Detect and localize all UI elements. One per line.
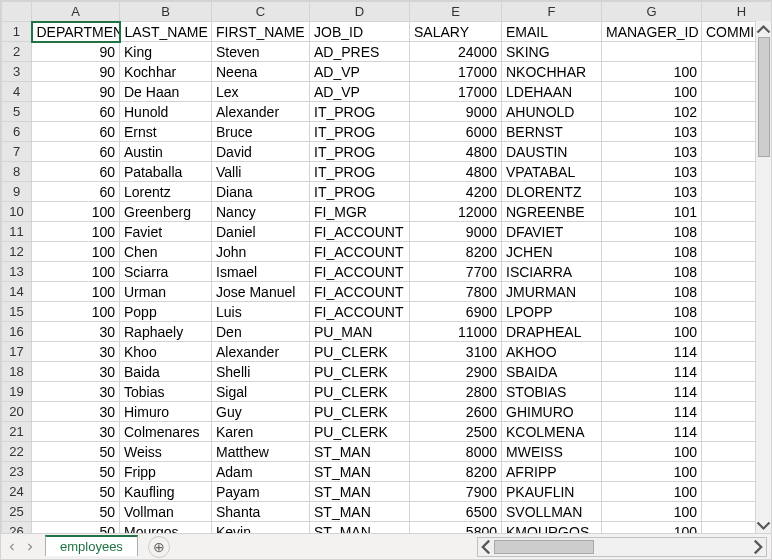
cell[interactable]: 50 [32,522,120,534]
row-header[interactable]: 8 [2,162,32,182]
row-header[interactable]: 23 [2,462,32,482]
cell[interactable]: 30 [32,402,120,422]
cell[interactable]: Kevin [212,522,310,534]
cell[interactable]: David [212,142,310,162]
cell[interactable]: 90 [32,42,120,62]
scroll-right-icon[interactable] [750,539,766,555]
cell[interactable]: 11000 [410,322,502,342]
cell[interactable]: MANAGER_ID [602,22,702,42]
row-header[interactable]: 17 [2,342,32,362]
vertical-scrollbar[interactable] [755,21,771,533]
cell[interactable]: 100 [602,502,702,522]
cell[interactable]: DRAPHEAL [502,322,602,342]
cell[interactable]: 100 [602,462,702,482]
cell[interactable]: ST_MAN [310,502,410,522]
cell[interactable]: 2600 [410,402,502,422]
cell[interactable]: 6000 [410,122,502,142]
cell[interactable]: LDEHAAN [502,82,602,102]
cell[interactable]: 9000 [410,222,502,242]
cell[interactable]: 100 [602,482,702,502]
cell[interactable]: VPATABAL [502,162,602,182]
cell[interactable]: 4200 [410,182,502,202]
cell[interactable]: FI_MGR [310,202,410,222]
col-header-G[interactable]: G [602,2,702,22]
cell[interactable]: Chen [120,242,212,262]
cell[interactable]: 100 [32,242,120,262]
cell[interactable]: 50 [32,502,120,522]
cell[interactable]: 2900 [410,362,502,382]
cell[interactable]: JCHEN [502,242,602,262]
cell[interactable]: 4800 [410,162,502,182]
cell[interactable]: Alexander [212,102,310,122]
cell[interactable]: 8200 [410,242,502,262]
row-header[interactable]: 1 [2,22,32,42]
cell[interactable]: FI_ACCOUNT [310,242,410,262]
cell[interactable]: 2500 [410,422,502,442]
row-header[interactable]: 4 [2,82,32,102]
cell[interactable]: 4800 [410,142,502,162]
cell[interactable]: Luis [212,302,310,322]
cell[interactable]: 17000 [410,62,502,82]
cell[interactable]: Khoo [120,342,212,362]
cell[interactable]: 102 [602,102,702,122]
cell[interactable]: STOBIAS [502,382,602,402]
cell[interactable]: 90 [32,82,120,102]
cell[interactable]: 30 [32,362,120,382]
row-header[interactable]: 12 [2,242,32,262]
cell[interactable]: Sciarra [120,262,212,282]
cell[interactable]: ST_MAN [310,442,410,462]
cell[interactable]: SBAIDA [502,362,602,382]
cell[interactable]: Hunold [120,102,212,122]
cell[interactable]: AD_VP [310,62,410,82]
cell[interactable]: DLORENTZ [502,182,602,202]
cell[interactable]: 50 [32,482,120,502]
row-header[interactable]: 22 [2,442,32,462]
cell[interactable]: 60 [32,102,120,122]
cell[interactable]: Baida [120,362,212,382]
row-header[interactable]: 25 [2,502,32,522]
row-header[interactable]: 13 [2,262,32,282]
cell[interactable]: Popp [120,302,212,322]
cell[interactable]: 103 [602,182,702,202]
cell[interactable]: 100 [32,202,120,222]
cell[interactable]: King [120,42,212,62]
cell[interactable]: Pataballa [120,162,212,182]
cell[interactable]: Mourgos [120,522,212,534]
cell[interactable]: 114 [602,342,702,362]
cell[interactable]: 100 [32,282,120,302]
row-header[interactable]: 18 [2,362,32,382]
cell[interactable]: Kaufling [120,482,212,502]
cell[interactable]: Valli [212,162,310,182]
cell[interactable]: KMOURGOS [502,522,602,534]
row-header[interactable]: 20 [2,402,32,422]
add-sheet-button[interactable]: ⊕ [148,536,170,558]
row-header[interactable]: 5 [2,102,32,122]
cell[interactable]: 60 [32,182,120,202]
cell[interactable]: 108 [602,222,702,242]
cell[interactable]: IT_PROG [310,182,410,202]
cell[interactable]: Colmenares [120,422,212,442]
cell[interactable]: SVOLLMAN [502,502,602,522]
cell[interactable]: Steven [212,42,310,62]
cell[interactable]: Kochhar [120,62,212,82]
cell[interactable]: LPOPP [502,302,602,322]
row-header[interactable]: 6 [2,122,32,142]
cell[interactable]: 8200 [410,462,502,482]
cell[interactable]: Daniel [212,222,310,242]
cell[interactable]: 30 [32,322,120,342]
scroll-up-icon[interactable] [756,21,771,37]
cell[interactable]: 114 [602,362,702,382]
cell[interactable]: Urman [120,282,212,302]
cell[interactable]: PU_CLERK [310,342,410,362]
cell[interactable]: Adam [212,462,310,482]
vscroll-thumb[interactable] [758,37,770,157]
cell[interactable]: 90 [32,62,120,82]
hscroll-track[interactable] [494,538,750,556]
cell[interactable]: Nancy [212,202,310,222]
cell[interactable]: ST_MAN [310,462,410,482]
cell[interactable]: NKOCHHAR [502,62,602,82]
cell[interactable]: 100 [32,302,120,322]
cell[interactable]: AD_PRES [310,42,410,62]
cell[interactable]: 114 [602,402,702,422]
row-header[interactable]: 9 [2,182,32,202]
